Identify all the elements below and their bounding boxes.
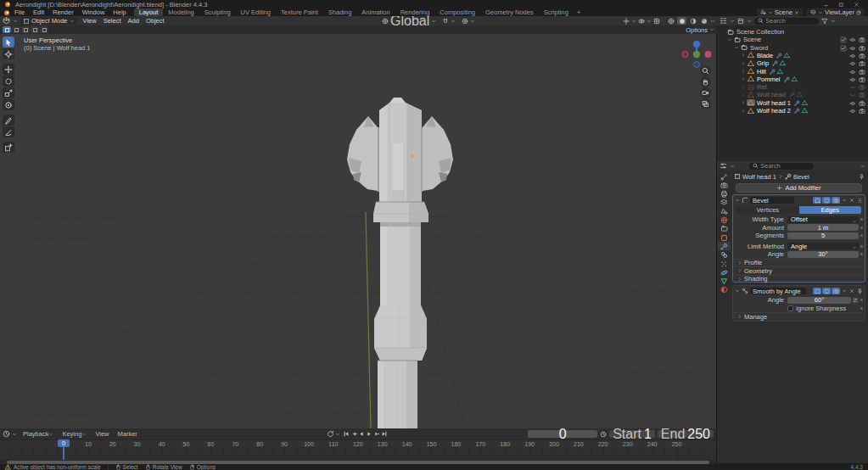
shading-material-button[interactable] bbox=[688, 17, 697, 25]
workspace-tab-rendering[interactable]: Rendering bbox=[395, 8, 435, 16]
properties-search-input[interactable]: Search bbox=[749, 163, 814, 170]
menu-window[interactable]: Window bbox=[78, 8, 109, 16]
toggle-eye-closed[interactable] bbox=[849, 83, 856, 91]
input-attribute-toggle[interactable] bbox=[852, 297, 859, 304]
workspace-tab-scripting[interactable]: Scripting bbox=[539, 8, 574, 16]
timeline-menu-playback[interactable]: Playback bbox=[19, 430, 58, 438]
orientation-icon[interactable] bbox=[382, 18, 389, 25]
toggle-eye[interactable] bbox=[849, 44, 856, 52]
chevron-down-icon[interactable] bbox=[735, 198, 740, 203]
viewport-pan-button[interactable] bbox=[700, 76, 711, 87]
outliner-search-input[interactable]: Search bbox=[754, 18, 819, 25]
playback-play-reverse-button[interactable] bbox=[358, 430, 365, 438]
properties-tab-world[interactable] bbox=[718, 216, 731, 225]
workspace-tab-layout[interactable]: Layout bbox=[134, 8, 164, 16]
field-limit-method[interactable]: Angle bbox=[787, 243, 859, 249]
outliner-row-sword[interactable]: Sword bbox=[717, 44, 868, 52]
playback-next-keyframe-button[interactable] bbox=[373, 430, 380, 438]
outliner-row-wolf-head-2[interactable]: Wolf head 2 bbox=[717, 107, 868, 115]
properties-tab-object-data[interactable] bbox=[718, 277, 731, 286]
modifier-extras-dropdown[interactable] bbox=[841, 288, 848, 294]
toggle-camera[interactable] bbox=[859, 44, 865, 52]
subpanel-profile[interactable]: Profile bbox=[733, 259, 865, 267]
close-icon[interactable] bbox=[794, 10, 799, 15]
viewport-menu-object[interactable]: Object bbox=[143, 17, 168, 25]
subpanel-manage[interactable]: Manage bbox=[733, 312, 865, 321]
toggle-eye[interactable] bbox=[849, 99, 856, 107]
ignore-sharpness-checkbox[interactable] bbox=[787, 305, 793, 311]
gizmo-toggle-icon[interactable] bbox=[623, 18, 630, 25]
workspace-tab-sculpting[interactable]: Sculpting bbox=[199, 8, 236, 16]
tool-measure[interactable] bbox=[3, 126, 14, 137]
close-button[interactable] bbox=[848, 0, 864, 8]
toggle-eye[interactable] bbox=[849, 59, 856, 67]
menu-edit[interactable]: Edit bbox=[29, 8, 48, 16]
outliner-row-grip[interactable]: Grip bbox=[717, 59, 868, 67]
bevel-affect-vertices[interactable]: Vertices bbox=[736, 206, 799, 214]
orientation-label[interactable]: Global bbox=[390, 16, 429, 29]
properties-tab-render[interactable] bbox=[718, 181, 731, 189]
smooth-panel-header[interactable]: Smooth by Angle bbox=[733, 286, 865, 296]
overlays-toggle-icon[interactable] bbox=[638, 18, 645, 25]
workspace-tab-texture-paint[interactable]: Texture Paint bbox=[276, 8, 323, 16]
bevel-panel-header[interactable]: Bevel bbox=[733, 195, 865, 205]
viewport-menu-view[interactable]: View bbox=[80, 17, 100, 25]
shading-wireframe-button[interactable] bbox=[666, 17, 675, 25]
render-display-toggle[interactable] bbox=[832, 197, 840, 204]
outliner-row-ref[interactable]: Ref bbox=[717, 83, 868, 91]
minimize-button[interactable] bbox=[818, 0, 833, 8]
menu-file[interactable]: File bbox=[10, 8, 29, 16]
timeline-editor-icon[interactable] bbox=[3, 430, 10, 438]
add-modifier-button[interactable]: Add Modifier bbox=[736, 183, 862, 193]
toggle-camera[interactable] bbox=[859, 83, 865, 91]
outliner-row-wolf-head-1[interactable]: Wolf head 1 bbox=[717, 99, 868, 107]
maximize-button[interactable] bbox=[833, 0, 848, 8]
edit-mode-display-toggle[interactable] bbox=[813, 197, 821, 204]
modifier-name-field[interactable]: Smooth by Angle bbox=[750, 288, 806, 294]
properties-tab-material[interactable] bbox=[718, 286, 731, 294]
menu-help[interactable]: Help bbox=[109, 8, 130, 16]
angle-value-field[interactable]: 60° bbox=[787, 297, 851, 304]
select-mode-intersect[interactable] bbox=[40, 26, 48, 33]
workspace-tab-uv-editing[interactable]: UV Editing bbox=[236, 8, 276, 16]
playback-prev-keyframe-button[interactable] bbox=[350, 430, 357, 438]
playback-jump-end-button[interactable] bbox=[381, 430, 388, 438]
properties-tab-particles[interactable] bbox=[718, 260, 731, 268]
properties-tab-collection[interactable] bbox=[718, 225, 731, 233]
outliner-row-hilt[interactable]: Hilt bbox=[717, 68, 868, 76]
realtime-display-toggle[interactable] bbox=[822, 197, 831, 204]
viewport-3d[interactable]: Object Mode ViewSelectAddObject Global O… bbox=[0, 16, 717, 428]
chevron-down-icon[interactable] bbox=[735, 288, 740, 294]
animate-dot[interactable] bbox=[860, 307, 863, 310]
mode-dropdown[interactable]: Object Mode bbox=[20, 17, 77, 25]
modifier-name-field[interactable]: Bevel bbox=[750, 197, 794, 204]
animate-dot[interactable] bbox=[860, 253, 863, 255]
toggle-camera[interactable] bbox=[859, 52, 865, 59]
tool-annotate[interactable] bbox=[3, 115, 14, 126]
viewport-menu-add[interactable]: Add bbox=[125, 17, 143, 25]
render-display-toggle[interactable] bbox=[832, 288, 840, 294]
tool-select-box[interactable] bbox=[3, 36, 14, 48]
filter-funnel-icon[interactable] bbox=[821, 18, 828, 25]
toggle-camera[interactable] bbox=[859, 99, 865, 107]
properties-tab-physics[interactable] bbox=[718, 268, 731, 277]
field-amount[interactable]: 1 m bbox=[787, 224, 859, 231]
toggle-camera[interactable] bbox=[859, 91, 865, 98]
select-mode-subtract[interactable] bbox=[21, 26, 30, 33]
editor-type-icon[interactable] bbox=[3, 17, 10, 25]
toggle-camera[interactable] bbox=[859, 59, 865, 67]
menu-render[interactable]: Render bbox=[48, 8, 78, 16]
breadcrumb-modifier[interactable]: Bevel bbox=[793, 173, 809, 181]
drag-handle[interactable] bbox=[856, 197, 863, 204]
remove-modifier-button[interactable] bbox=[848, 197, 855, 204]
timeline-menu-view[interactable]: View bbox=[91, 430, 113, 438]
toggle-camera[interactable] bbox=[859, 107, 865, 115]
toggle-eye[interactable] bbox=[849, 52, 856, 59]
tool-add-cube[interactable] bbox=[3, 142, 14, 153]
pin-icon[interactable] bbox=[856, 288, 863, 294]
tool-move[interactable] bbox=[3, 64, 14, 75]
playhead[interactable]: 0 bbox=[58, 439, 70, 447]
toggle-eye[interactable] bbox=[849, 76, 856, 83]
field-segments[interactable]: 5 bbox=[787, 232, 859, 239]
add-workspace-button[interactable]: + bbox=[574, 8, 584, 16]
